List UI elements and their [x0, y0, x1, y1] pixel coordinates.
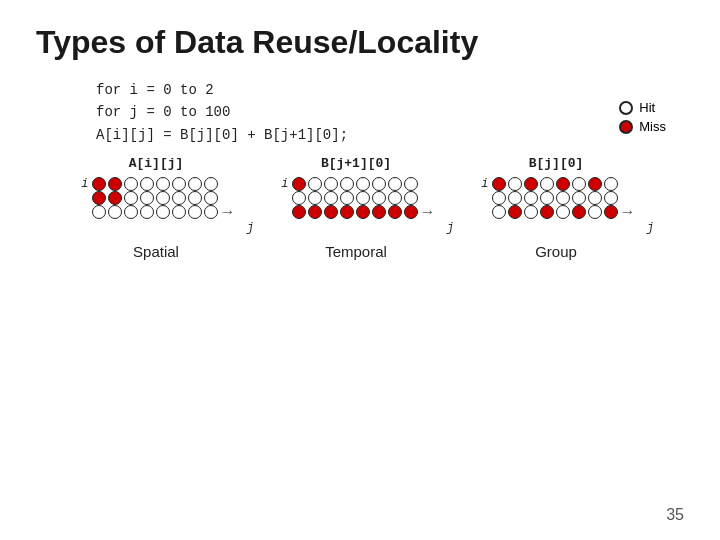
dot [524, 205, 538, 219]
j-label: j [247, 221, 254, 235]
temporal-title: B[j+1][0] [321, 156, 391, 171]
dot [92, 177, 106, 191]
dot-row-1 [292, 191, 418, 205]
dot [492, 191, 506, 205]
row-0: i [475, 177, 638, 191]
right-arrow [220, 207, 238, 217]
j-label: j [647, 221, 654, 235]
group-title: B[j][0] [529, 156, 584, 171]
temporal-label: Temporal [325, 243, 387, 260]
legend-miss: Miss [619, 119, 666, 134]
code-block: for i = 0 to 2 for j = 0 to 100 A[i][j] … [96, 79, 684, 146]
dot [292, 177, 306, 191]
legend: Hit Miss [619, 100, 666, 134]
dot [204, 205, 218, 219]
dot [372, 205, 386, 219]
dot [156, 191, 170, 205]
j-label-row: j [256, 221, 456, 235]
legend-hit: Hit [619, 100, 666, 115]
dot [140, 191, 154, 205]
spatial-label: Spatial [133, 243, 179, 260]
i-label: i [275, 177, 289, 191]
dot [604, 205, 618, 219]
dot [92, 205, 106, 219]
dot [404, 205, 418, 219]
dot [108, 191, 122, 205]
dot [524, 191, 538, 205]
dot [556, 191, 570, 205]
hit-label: Hit [639, 100, 655, 115]
row-0: i [275, 177, 438, 191]
dot [124, 205, 138, 219]
dot [404, 177, 418, 191]
miss-label: Miss [639, 119, 666, 134]
dot-row-0 [492, 177, 618, 191]
dot [388, 191, 402, 205]
dot [572, 177, 586, 191]
dot [188, 205, 202, 219]
dot-row-0 [92, 177, 218, 191]
dot [308, 205, 322, 219]
dot [356, 177, 370, 191]
dot [340, 205, 354, 219]
diagram-spatial: A[i][j] i [56, 156, 256, 260]
row-1 [475, 191, 638, 205]
dot [156, 177, 170, 191]
dot [556, 177, 570, 191]
dot [188, 191, 202, 205]
i-label: i [475, 177, 489, 191]
diagrams-row: A[i][j] i [56, 156, 684, 260]
dot [540, 177, 554, 191]
dot [588, 191, 602, 205]
dot-row-2 [292, 205, 438, 219]
dot-row-1 [92, 191, 218, 205]
dot [324, 205, 338, 219]
dot [324, 177, 338, 191]
dot [308, 177, 322, 191]
dot [556, 205, 570, 219]
dot [204, 191, 218, 205]
row-2 [75, 205, 238, 219]
diagram-temporal: B[j+1][0] i [256, 156, 456, 260]
dot [604, 177, 618, 191]
group-label: Group [535, 243, 577, 260]
dot [572, 191, 586, 205]
code-line-1: for i = 0 to 2 [96, 79, 684, 101]
dot [204, 177, 218, 191]
dot [108, 177, 122, 191]
dot [140, 177, 154, 191]
right-arrow [420, 207, 438, 217]
dot [588, 177, 602, 191]
spatial-grid: i [75, 177, 238, 219]
j-label: j [447, 221, 454, 235]
dot [372, 191, 386, 205]
dot [508, 177, 522, 191]
i-label: i [75, 177, 89, 191]
dot [540, 191, 554, 205]
j-label-row: j [456, 221, 656, 235]
dot [388, 177, 402, 191]
dot [108, 205, 122, 219]
dot [508, 205, 522, 219]
dot-row-2 [92, 205, 238, 219]
dot [340, 191, 354, 205]
miss-icon [619, 120, 633, 134]
diagram-group: B[j][0] i [456, 156, 656, 260]
dot [140, 205, 154, 219]
dot [172, 177, 186, 191]
dot [404, 191, 418, 205]
dot [172, 191, 186, 205]
hit-icon [619, 101, 633, 115]
dot [492, 177, 506, 191]
dot [156, 205, 170, 219]
dot [588, 205, 602, 219]
dot [356, 205, 370, 219]
dot [92, 191, 106, 205]
code-line-2: for j = 0 to 100 [96, 101, 684, 123]
dot [188, 177, 202, 191]
dot [292, 205, 306, 219]
row-0: i [75, 177, 238, 191]
group-grid: i [475, 177, 638, 219]
slide: Types of Data Reuse/Locality for i = 0 t… [0, 0, 720, 540]
dot [324, 191, 338, 205]
